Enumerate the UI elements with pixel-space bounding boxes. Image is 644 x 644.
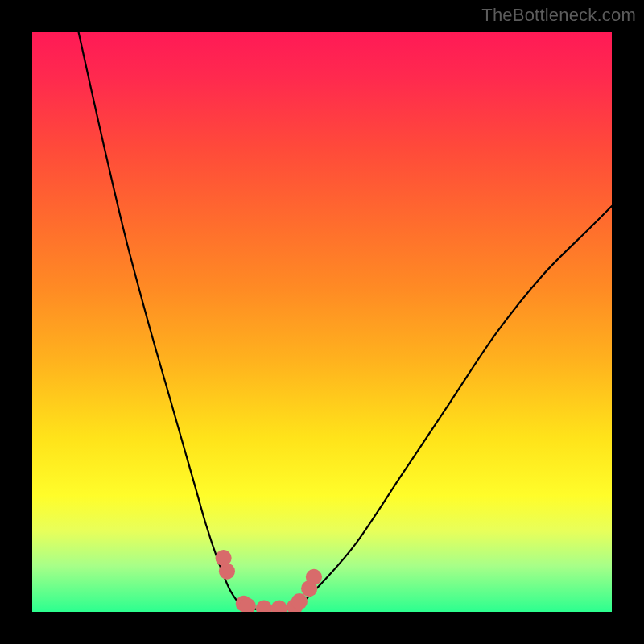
valley-marker <box>291 593 308 609</box>
valley-marker <box>219 564 235 580</box>
chart-frame: TheBottleneck.com <box>0 0 644 644</box>
watermark-text: TheBottleneck.com <box>481 5 636 26</box>
valley-marker <box>256 601 272 612</box>
chart-overlay <box>32 32 612 612</box>
bottleneck-curve <box>79 32 612 609</box>
valley-marker <box>306 569 322 585</box>
plot-area <box>32 32 612 612</box>
valley-markers <box>216 550 322 612</box>
valley-marker <box>271 601 287 612</box>
